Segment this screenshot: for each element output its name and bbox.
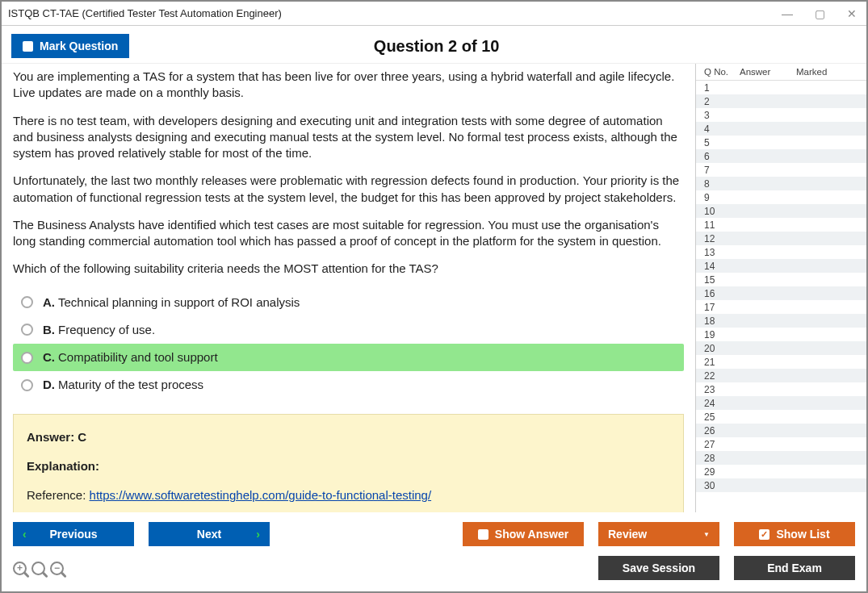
- close-button[interactable]: ✕: [844, 7, 860, 20]
- end-exam-label: End Exam: [767, 562, 822, 574]
- option-row[interactable]: B. Frequency of use.: [13, 316, 684, 344]
- question-number: 6: [704, 151, 736, 162]
- chevron-down-icon: ▼: [703, 531, 710, 538]
- question-list-row[interactable]: 9: [696, 190, 866, 204]
- question-list-row[interactable]: 4: [696, 122, 866, 136]
- question-number: 13: [704, 247, 736, 258]
- question-number: 25: [704, 411, 736, 423]
- question-list-row[interactable]: 2: [696, 94, 866, 108]
- question-list-panel: Q No. Answer Marked 12345678910111213141…: [695, 64, 866, 512]
- question-list-row[interactable]: 23: [696, 382, 866, 396]
- question-list-row[interactable]: 3: [696, 108, 866, 122]
- question-list[interactable]: 1234567891011121314151617181920212223242…: [696, 81, 866, 512]
- question-list-row[interactable]: 20: [696, 341, 866, 355]
- footer-row-1: ‹ Previous Next › Show Answer Review ▼ S…: [13, 522, 855, 546]
- col-qno: Q No.: [704, 67, 740, 77]
- radio-icon: [21, 296, 33, 308]
- question-list-row[interactable]: 11: [696, 218, 866, 232]
- reference-line: Reference: https://www.softwaretestinghe…: [27, 487, 670, 503]
- option-text: Maturity of the test process: [58, 377, 203, 393]
- question-number: 19: [704, 329, 736, 340]
- question-panel: You are implementing a TAS for a system …: [2, 64, 695, 512]
- question-list-row[interactable]: 14: [696, 259, 866, 273]
- window-controls: — ▢ ✕: [779, 7, 860, 20]
- question-paragraph: You are implementing a TAS for a system …: [13, 69, 684, 102]
- show-list-button[interactable]: Show List: [734, 522, 855, 546]
- show-answer-button[interactable]: Show Answer: [463, 522, 584, 546]
- question-list-row[interactable]: 8: [696, 177, 866, 190]
- zoom-reset-icon[interactable]: [31, 562, 45, 575]
- previous-button[interactable]: ‹ Previous: [13, 522, 134, 546]
- maximize-button[interactable]: ▢: [811, 7, 828, 20]
- radio-icon: [21, 324, 33, 336]
- question-list-row[interactable]: 7: [696, 163, 866, 177]
- question-list-row[interactable]: 26: [696, 424, 866, 437]
- option-letter: D.: [43, 377, 55, 393]
- checkbox-checked-icon: [759, 529, 769, 540]
- question-paragraph: Unfortunately, the last two monthly rele…: [13, 173, 684, 206]
- question-list-row[interactable]: 12: [696, 232, 866, 245]
- question-list-row[interactable]: 13: [696, 245, 866, 259]
- question-list-row[interactable]: 17: [696, 300, 866, 314]
- question-list-row[interactable]: 18: [696, 314, 866, 328]
- zoom-out-icon[interactable]: −: [50, 562, 64, 575]
- minimize-button[interactable]: —: [779, 7, 795, 20]
- question-number: 2: [704, 96, 736, 107]
- reference-prefix: Reference:: [27, 488, 90, 502]
- question-number: 17: [704, 302, 736, 313]
- checkbox-icon: [23, 41, 33, 52]
- question-number: 11: [704, 219, 736, 231]
- option-row[interactable]: C. Compatibility and tool support: [13, 344, 684, 371]
- mark-question-label: Mark Question: [40, 40, 118, 52]
- previous-label: Previous: [49, 528, 97, 541]
- option-letter: B.: [43, 322, 55, 338]
- question-list-row[interactable]: 16: [696, 286, 866, 300]
- question-list-row[interactable]: 24: [696, 396, 866, 410]
- zoom-in-icon[interactable]: +: [13, 562, 27, 575]
- question-list-row[interactable]: 1: [696, 81, 866, 94]
- question-list-row[interactable]: 28: [696, 451, 866, 465]
- question-list-row[interactable]: 6: [696, 149, 866, 163]
- footer: ‹ Previous Next › Show Answer Review ▼ S…: [2, 512, 866, 591]
- answer-explanation-box: Answer: C Explanation: Reference: https:…: [13, 414, 684, 513]
- question-list-row[interactable]: 22: [696, 369, 866, 382]
- question-number: 20: [704, 343, 736, 354]
- question-list-row[interactable]: 21: [696, 355, 866, 369]
- radio-icon: [21, 379, 33, 391]
- question-number: 5: [704, 137, 736, 148]
- option-row[interactable]: D. Maturity of the test process: [13, 371, 684, 399]
- question-list-row[interactable]: 25: [696, 410, 866, 424]
- question-list-row[interactable]: 5: [696, 136, 866, 149]
- checkbox-icon: [478, 529, 489, 540]
- mark-question-button[interactable]: Mark Question: [11, 34, 129, 58]
- question-number: 21: [704, 357, 736, 368]
- end-exam-button[interactable]: End Exam: [734, 556, 855, 580]
- review-dropdown[interactable]: Review ▼: [598, 522, 719, 546]
- question-number: 1: [704, 82, 736, 94]
- next-button[interactable]: Next ›: [149, 522, 270, 546]
- option-row[interactable]: A. Technical planning in support of ROI …: [13, 289, 684, 316]
- question-number: 18: [704, 315, 736, 327]
- question-paragraph: There is no test team, with developers d…: [13, 113, 684, 162]
- question-list-row[interactable]: 29: [696, 465, 866, 478]
- question-list-row[interactable]: 19: [696, 328, 866, 341]
- question-number: 9: [704, 192, 736, 203]
- question-list-row[interactable]: 27: [696, 437, 866, 451]
- question-number: 29: [704, 466, 736, 478]
- question-number: 24: [704, 398, 736, 409]
- reference-link[interactable]: https://www.softwaretestinghelp.com/guid…: [90, 488, 432, 502]
- question-list-row[interactable]: 10: [696, 204, 866, 218]
- question-list-row[interactable]: 30: [696, 478, 866, 492]
- question-number: 22: [704, 370, 736, 382]
- option-text: Technical planning in support of ROI ana…: [58, 294, 300, 311]
- option-letter: C.: [43, 349, 55, 365]
- window-title: ISTQB CT-TAE (Certified Tester Test Auto…: [8, 7, 282, 19]
- question-number: 8: [704, 178, 736, 190]
- save-session-button[interactable]: Save Session: [598, 556, 719, 580]
- titlebar: ISTQB CT-TAE (Certified Tester Test Auto…: [2, 2, 866, 26]
- question-number: 30: [704, 480, 736, 491]
- question-list-row[interactable]: 15: [696, 273, 866, 286]
- question-number: 12: [704, 233, 736, 244]
- question-paragraph: The Business Analysts have identified wh…: [13, 217, 684, 250]
- question-number: 15: [704, 274, 736, 286]
